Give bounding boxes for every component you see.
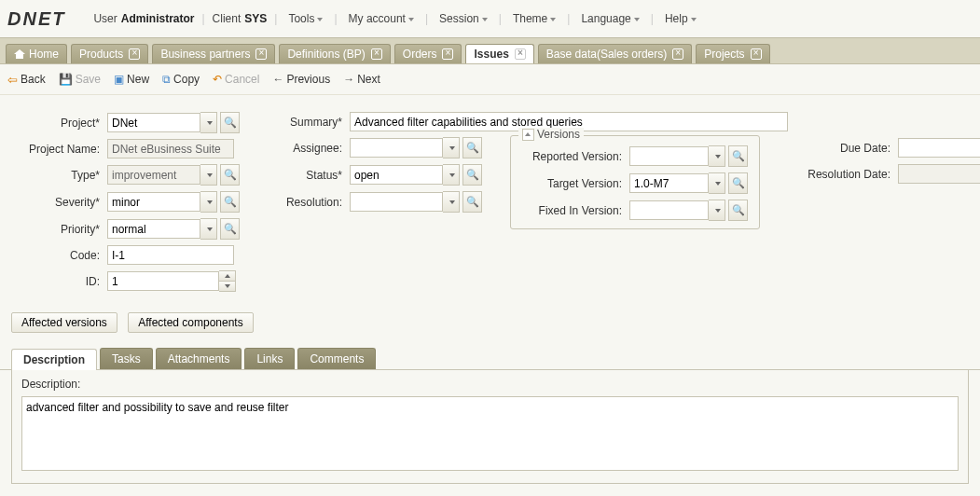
affected-versions-button[interactable]: Affected versions [11,312,117,333]
severity-input[interactable] [107,192,200,212]
target-version-search-button[interactable]: 🔍 [728,172,748,194]
spinner-down-icon[interactable] [219,282,235,291]
priority-search-button[interactable]: 🔍 [220,218,240,240]
sub-tab-tasks[interactable]: Tasks [100,348,153,369]
resolution-dropdown-trigger[interactable] [443,191,460,213]
priority-input[interactable] [107,219,200,239]
menu-my-account[interactable]: My account [345,10,418,27]
action-button-row: Affected versions Affected components [0,303,980,342]
target-version-dropdown-trigger[interactable] [709,172,725,194]
close-icon[interactable]: × [515,48,526,60]
user-value: Administrator [121,12,195,25]
type-dropdown-trigger[interactable] [200,164,217,186]
affected-components-button[interactable]: Affected components [128,312,254,333]
assignee-input[interactable] [350,138,443,158]
tab-definitions-bp[interactable]: Definitions (BP)× [279,44,390,63]
arrow-right-icon: → [343,73,354,86]
project-label: Project* [11,117,107,130]
back-button[interactable]: ⇦Back [7,73,46,87]
chevron-down-icon [550,18,556,21]
status-label: Status* [268,169,350,182]
status-input[interactable] [350,165,443,185]
status-search-button[interactable]: 🔍 [462,164,482,186]
main-tab-strip: Home Products× Business partners× Defini… [0,37,980,64]
new-button[interactable]: ▣New [114,73,149,86]
issue-form: Project* 🔍 Project Name: Type* 🔍 [0,95,980,303]
cancel-icon: ↶ [213,73,222,86]
tab-base-data[interactable]: Base data(Sales orders)× [538,44,692,63]
close-icon[interactable]: × [371,48,382,60]
reported-version-dropdown-trigger[interactable] [709,145,725,167]
close-icon[interactable]: × [672,48,683,60]
close-icon[interactable]: × [442,48,453,60]
save-button[interactable]: 💾Save [59,73,101,86]
header-info: User Administrator | Client SYS | Tools … [93,10,699,27]
tab-business-partners[interactable]: Business partners× [152,44,275,63]
cancel-button[interactable]: ↶Cancel [213,73,259,86]
assignee-search-button[interactable]: 🔍 [462,137,482,158]
fixed-version-input[interactable] [629,200,709,220]
project-dropdown-trigger[interactable] [200,112,217,133]
close-icon[interactable]: × [129,48,140,60]
menu-session[interactable]: Session [435,10,491,27]
top-bar: DNET User Administrator | Client SYS | T… [0,0,980,37]
menu-tools[interactable]: Tools [284,10,326,27]
fixed-version-label: Fixed In Version: [515,204,629,217]
due-date-input[interactable] [898,138,980,158]
type-input[interactable] [107,165,200,185]
tab-issues[interactable]: Issues× [465,44,533,63]
id-label: ID: [11,275,107,288]
reported-version-label: Reported Version: [515,150,629,163]
client-label: Client [213,12,242,25]
resolution-search-button[interactable]: 🔍 [462,191,482,213]
target-version-label: Target Version: [515,177,629,190]
menu-theme[interactable]: Theme [509,10,559,27]
copy-button[interactable]: ⧉Copy [162,73,200,86]
previous-button[interactable]: ←Previous [272,73,330,86]
project-search-button[interactable]: 🔍 [220,112,240,133]
versions-legend[interactable]: Versions [518,128,584,141]
spinner-up-icon[interactable] [219,271,235,282]
reported-version-input[interactable] [629,146,709,166]
reported-version-search-button[interactable]: 🔍 [728,145,748,167]
fixed-version-dropdown-trigger[interactable] [709,200,725,221]
severity-search-button[interactable]: 🔍 [220,191,240,213]
sub-tab-links[interactable]: Links [244,348,295,369]
menu-language[interactable]: Language [577,10,642,27]
client-value: SYS [244,12,267,25]
tab-products[interactable]: Products× [71,44,148,63]
project-name-label: Project Name: [11,143,107,156]
next-button[interactable]: →Next [343,73,380,86]
close-icon[interactable]: × [255,48,267,60]
id-spinner[interactable] [219,270,236,292]
assignee-label: Assignee: [268,142,350,155]
status-dropdown-trigger[interactable] [443,164,460,186]
severity-dropdown-trigger[interactable] [200,191,217,213]
tab-orders[interactable]: Orders× [394,44,462,63]
sub-tab-description[interactable]: Description [11,349,97,370]
tab-projects[interactable]: Projects× [696,44,769,63]
project-name-input [107,139,234,158]
collapse-icon[interactable] [522,129,534,141]
summary-label: Summary* [268,116,350,129]
close-icon[interactable]: × [751,48,762,60]
project-input[interactable] [107,113,200,132]
resolution-date-label: Resolution Date: [788,168,898,181]
id-input[interactable] [107,271,219,291]
sub-tab-comments[interactable]: Comments [297,348,376,369]
sub-tab-attachments[interactable]: Attachments [156,348,242,369]
resolution-input[interactable] [350,192,443,212]
arrow-left-icon: ← [272,73,283,86]
chevron-down-icon [482,18,488,21]
fixed-version-search-button[interactable]: 🔍 [728,200,748,221]
menu-help[interactable]: Help [661,10,700,27]
back-arrow-icon: ⇦ [7,73,18,87]
priority-dropdown-trigger[interactable] [200,218,217,240]
description-textarea[interactable] [21,396,959,471]
home-icon [14,49,25,59]
type-search-button[interactable]: 🔍 [220,164,240,186]
code-input[interactable] [107,245,234,265]
target-version-input[interactable] [629,173,709,193]
assignee-dropdown-trigger[interactable] [443,137,460,158]
tab-home[interactable]: Home [6,44,67,63]
